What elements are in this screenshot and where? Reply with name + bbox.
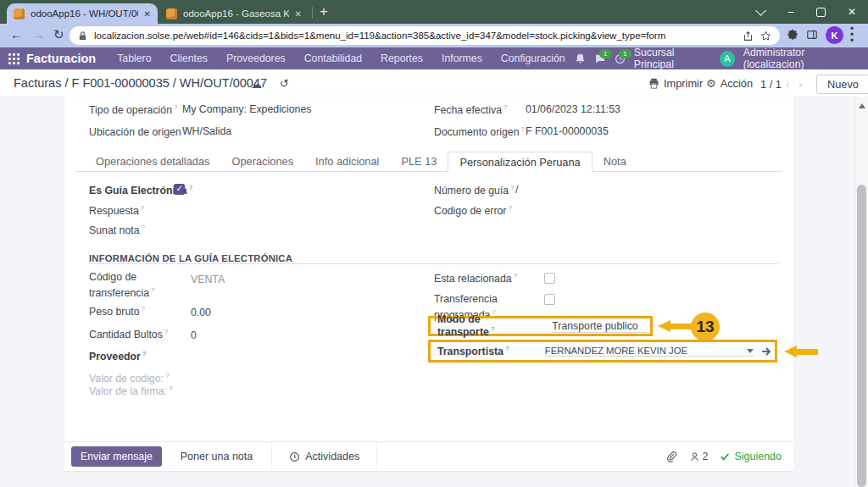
url-bar[interactable]: localizacion.solse.pe/web#id=146&cids=1&… bbox=[70, 26, 780, 45]
extensions-puzzle-icon[interactable] bbox=[787, 29, 798, 41]
apps-grid-icon[interactable] bbox=[8, 53, 19, 64]
printer-icon bbox=[648, 78, 659, 89]
help-marker: ? bbox=[491, 325, 495, 333]
tab-nota[interactable]: Nota bbox=[593, 152, 637, 172]
menu-tablero[interactable]: Tablero bbox=[108, 47, 160, 69]
tab-title: odooApp16 - WH/OUT/00047 bbox=[31, 8, 138, 19]
help-marker: ? bbox=[141, 204, 144, 212]
internal-link-arrow-icon[interactable] bbox=[760, 346, 772, 357]
field-value-documento-origen[interactable]: F F001-00000035 bbox=[526, 125, 609, 137]
tab-operaciones[interactable]: Operaciones bbox=[220, 152, 304, 172]
print-button[interactable]: Imprimir bbox=[648, 77, 703, 90]
tab-close-icon[interactable]: ✕ bbox=[295, 9, 302, 19]
back-icon[interactable]: ← bbox=[10, 27, 23, 42]
following-label: Siguiendo bbox=[734, 451, 782, 462]
transportista-text: FERNANDEZ MORE KEVIN JOE bbox=[545, 346, 687, 356]
messages-icon[interactable]: 1 bbox=[594, 53, 606, 64]
forward-icon[interactable]: → bbox=[32, 27, 45, 42]
activities-clock-icon[interactable]: 1 bbox=[615, 53, 626, 64]
field-label-valor-codigo: Valor de codigo:? bbox=[89, 372, 169, 385]
field-label-cantidad-bultos: Cantidad Bultos? bbox=[89, 328, 168, 340]
field-label-transportista: Transportista? bbox=[437, 345, 509, 357]
field-label-sunat-nota: Sunat nota? bbox=[89, 224, 145, 236]
company-selector[interactable]: Sucursal Principal bbox=[634, 47, 711, 70]
menu-clientes[interactable]: Clientes bbox=[161, 47, 217, 69]
restore-button[interactable] bbox=[808, 0, 833, 24]
field-value-codigo-transferencia[interactable]: VENTA bbox=[191, 274, 225, 285]
browser-tab-inactive[interactable]: odooApp16 - Gaseosa Kola 3L ✕ bbox=[159, 3, 309, 24]
pager-previous-icon[interactable]: ‹ bbox=[786, 78, 789, 91]
action-button[interactable]: ⚙ Acción bbox=[706, 77, 753, 90]
check-icon bbox=[720, 451, 730, 462]
discard-icon[interactable]: ↺ bbox=[280, 77, 289, 90]
help-marker: ? bbox=[520, 125, 524, 133]
field-label-documento-origen: Documento origen? bbox=[434, 125, 525, 138]
help-marker: ? bbox=[514, 272, 517, 279]
bookmark-star-icon[interactable] bbox=[760, 30, 771, 42]
highlight-box-modo-transporte: Modo de transporte? Transporte publico bbox=[428, 316, 653, 336]
checkbox-transferencia-programada[interactable] bbox=[544, 294, 555, 305]
field-value-fecha-efectiva[interactable]: 01/06/2023 12:11:53 bbox=[526, 103, 620, 115]
menu-contabilidad[interactable]: Contabilidad bbox=[295, 47, 371, 69]
save-cloud-icon[interactable]: ☁ bbox=[251, 78, 262, 91]
scrollbar-up-icon[interactable] bbox=[859, 103, 865, 108]
user-avatar[interactable]: A bbox=[720, 51, 735, 67]
field-value-numero-guia[interactable]: / bbox=[515, 184, 518, 196]
menu-configuracion[interactable]: Configuración bbox=[492, 47, 575, 69]
following-button[interactable]: Siguiendo bbox=[720, 451, 782, 462]
pager-next-icon[interactable]: › bbox=[798, 78, 802, 91]
menu-proveedores[interactable]: Proveedores bbox=[217, 47, 295, 69]
odoo-favicon bbox=[166, 8, 177, 19]
section-title: INFORMACIÓN DE LA GUÍA ELECTRÓNICA bbox=[89, 253, 292, 263]
tab-operaciones-detalladas[interactable]: Operaciones detalladas bbox=[85, 152, 220, 172]
scrollbar-thumb[interactable] bbox=[857, 185, 866, 487]
user-menu[interactable]: Administrator (localizacion) bbox=[743, 47, 860, 70]
section-divider bbox=[89, 263, 778, 264]
tab-ple-13[interactable]: PLE 13 bbox=[390, 152, 448, 172]
field-value-tipo-operacion[interactable]: My Company: Expediciones bbox=[182, 103, 311, 115]
send-message-button[interactable]: Enviar mensaje bbox=[71, 446, 162, 467]
side-panel-icon[interactable] bbox=[806, 29, 818, 41]
field-value-transportista[interactable]: FERNANDEZ MORE KEVIN JOE bbox=[545, 346, 754, 357]
activities-badge: 1 bbox=[619, 49, 632, 58]
new-button[interactable]: Nuevo bbox=[816, 75, 868, 94]
menu-informes[interactable]: Informes bbox=[432, 47, 492, 69]
field-value-cantidad-bultos[interactable]: 0 bbox=[191, 329, 197, 341]
browser-menu-icon[interactable]: ••• bbox=[850, 26, 854, 44]
log-note-button[interactable]: Poner una nota bbox=[162, 451, 272, 462]
checkbox-es-guia[interactable] bbox=[174, 184, 185, 195]
app-name[interactable]: Facturacion bbox=[26, 52, 96, 65]
field-label-valor-firma: Valor de la firma:? bbox=[89, 385, 173, 397]
help-marker: ? bbox=[505, 345, 509, 352]
tab-close-icon[interactable]: ✕ bbox=[144, 9, 151, 19]
field-value-modo-transporte[interactable]: Transporte publico bbox=[552, 320, 650, 333]
help-marker: ? bbox=[142, 350, 147, 357]
field-value-peso-bruto[interactable]: 0.00 bbox=[191, 307, 211, 318]
bell-icon[interactable] bbox=[575, 53, 586, 64]
browser-tab-active[interactable]: odooApp16 - WH/OUT/00047 ✕ bbox=[7, 3, 158, 24]
tab-personalizacion-peruana[interactable]: Personalización Peruana bbox=[448, 152, 592, 172]
share-icon[interactable] bbox=[743, 30, 754, 42]
refresh-icon[interactable]: ↻ bbox=[53, 27, 64, 42]
tab-search-chevron-icon[interactable] bbox=[748, 0, 773, 24]
minimize-button[interactable]: – bbox=[778, 0, 804, 24]
form-sheet bbox=[64, 97, 793, 441]
attachment-paperclip-icon[interactable] bbox=[665, 451, 677, 462]
close-button[interactable]: ✕ bbox=[839, 0, 865, 24]
menu-reportes[interactable]: Reportes bbox=[371, 47, 432, 69]
field-value-ubicacion-origen[interactable]: WH/Salida bbox=[182, 125, 231, 137]
help-marker: ? bbox=[164, 328, 168, 335]
tab-info-adicional[interactable]: Info adicional bbox=[304, 152, 390, 172]
help-marker: ? bbox=[169, 385, 172, 392]
new-tab-button[interactable]: + bbox=[320, 3, 328, 20]
checkbox-esta-relacionada[interactable] bbox=[544, 273, 555, 284]
browser-profile-avatar[interactable]: K bbox=[826, 26, 843, 44]
field-label-tipo-operacion: Tipo de operación? bbox=[89, 103, 177, 116]
activities-label: Actividades bbox=[305, 451, 359, 462]
followers-button[interactable]: 2 bbox=[689, 451, 709, 462]
schedule-activity-button[interactable]: Actividades bbox=[271, 442, 377, 471]
dropdown-caret-icon[interactable] bbox=[747, 349, 754, 353]
odoo-navbar: Facturacion Tablero Clientes Proveedores… bbox=[0, 47, 868, 69]
notebook-tabs: Operaciones detalladas Operaciones Info … bbox=[85, 152, 637, 172]
breadcrumb[interactable]: Facturas / F F001-00000035 / WH/OUT/0004… bbox=[14, 76, 267, 90]
